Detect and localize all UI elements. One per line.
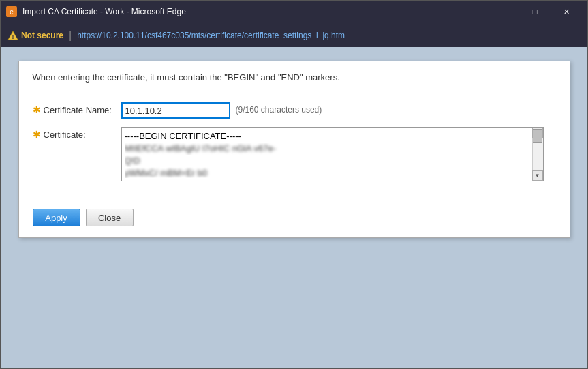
- address-separator: |: [69, 29, 72, 42]
- certificate-name-label-text: Certificate Name:: [44, 105, 112, 115]
- certificate-content[interactable]: -----BEGIN CERTIFICATE----- MIIEfCCA wIB…: [125, 130, 531, 178]
- apply-button[interactable]: Apply: [33, 209, 80, 226]
- svg-text:!: !: [12, 33, 14, 40]
- certificate-textarea-wrapper: -----BEGIN CERTIFICATE----- MIIEfCCA wIB…: [121, 127, 544, 181]
- window-controls: − □ ✕: [488, 1, 582, 23]
- required-star-2: ✱: [33, 129, 41, 140]
- minimize-button[interactable]: −: [488, 1, 519, 23]
- page-content: When entering the certificate, it must c…: [1, 47, 587, 368]
- close-button[interactable]: ✕: [551, 1, 582, 23]
- maximize-button[interactable]: □: [519, 1, 551, 23]
- edge-icon: e: [6, 6, 17, 17]
- close-dialog-button[interactable]: Close: [86, 209, 134, 226]
- browser-window: e Import CA Certificate - Work - Microso…: [0, 0, 588, 369]
- title-bar: e Import CA Certificate - Work - Microso…: [1, 1, 587, 23]
- certificate-label-text: Certificate:: [44, 130, 86, 140]
- security-badge: ! Not secure: [7, 31, 63, 40]
- certificate-name-label: ✱ Certificate Name:: [33, 102, 121, 115]
- scrollbar-thumb[interactable]: [533, 129, 542, 143]
- button-row: Apply Close: [19, 203, 570, 237]
- cert-line-3: Q!D: [125, 155, 531, 167]
- warning-icon: !: [7, 31, 18, 40]
- scrollbar[interactable]: ▲ ▼: [532, 128, 543, 181]
- address-bar: ! Not secure | https://10.2.100.11/csf46…: [1, 23, 587, 47]
- char-count: (9/160 characters used): [236, 102, 322, 115]
- certificate-label: ✱ Certificate:: [33, 127, 121, 140]
- certificate-name-row: ✱ Certificate Name: (9/160 characters us…: [33, 102, 556, 119]
- cert-line-4: yWMxC/ mBM+Er b0: [125, 167, 531, 178]
- url-display[interactable]: https://10.2.100.11/csf467c035/mts/certi…: [77, 31, 345, 40]
- dialog-box: When entering the certificate, it must c…: [18, 61, 570, 238]
- certificate-row: ✱ Certificate: -----BEGIN CERTIFICATE---…: [33, 127, 556, 181]
- dialog-body: When entering the certificate, it must c…: [19, 61, 570, 203]
- required-star: ✱: [33, 104, 41, 115]
- cert-line-1: -----BEGIN CERTIFICATE-----: [125, 130, 531, 143]
- window-title: Import CA Certificate - Work - Microsoft…: [22, 7, 488, 16]
- security-label: Not secure: [21, 31, 63, 40]
- certificate-name-input[interactable]: [121, 102, 230, 119]
- cert-line-2: MIIEfCCA wIBAglU I7oHIC nGlA v67e-: [125, 143, 531, 155]
- scrollbar-down[interactable]: ▼: [532, 170, 543, 181]
- info-message: When entering the certificate, it must c…: [33, 72, 556, 91]
